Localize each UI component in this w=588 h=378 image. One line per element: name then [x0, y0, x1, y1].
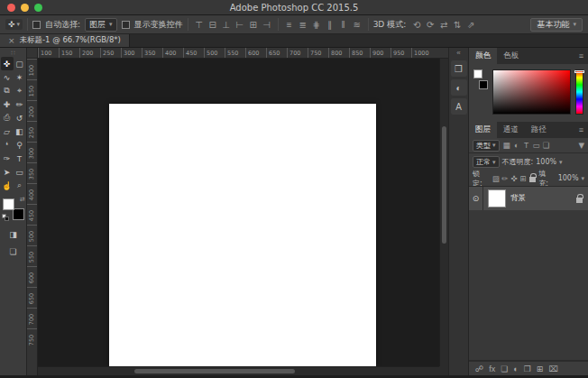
tool-preset-picker[interactable]: ✜ ▾: [5, 19, 23, 30]
3d-slide-icon[interactable]: ⇅: [451, 17, 464, 32]
crop-tool[interactable]: ⧉: [1, 84, 14, 97]
pen-tool[interactable]: ✑: [1, 152, 14, 165]
eraser-tool[interactable]: ▱: [1, 124, 14, 138]
tab-color[interactable]: 颜色: [469, 48, 497, 64]
layer-thumbnail[interactable]: [488, 189, 506, 207]
rectangular-marquee-tool[interactable]: ▢: [14, 57, 26, 70]
zoom-tool[interactable]: ⌕: [14, 179, 26, 192]
tab-channels[interactable]: 通道: [497, 122, 525, 138]
zoom-window-button[interactable]: [34, 4, 42, 12]
filter-smart-objects-icon[interactable]: ❏: [542, 138, 551, 152]
layer-mask-icon[interactable]: ❏: [501, 364, 508, 373]
auto-select-dropdown[interactable]: 图层 ▾: [85, 18, 117, 32]
tab-paths[interactable]: 路径: [525, 122, 553, 138]
3d-scale-icon[interactable]: ⇗: [464, 17, 477, 32]
align-right-edges-icon[interactable]: ⊣: [261, 17, 273, 32]
filter-pixel-layers-icon[interactable]: ▦: [502, 138, 511, 152]
brush-tool[interactable]: ✏: [14, 97, 26, 111]
swap-colors-icon[interactable]: ⇄: [20, 196, 25, 203]
new-group-icon[interactable]: ❐: [524, 364, 531, 373]
document-tab[interactable]: × 未标题-1 @ 66.7%(RGB/8*): [0, 34, 130, 47]
horizontal-scrollbar[interactable]: [38, 366, 439, 375]
link-layers-icon[interactable]: ☍: [475, 364, 483, 373]
distribute-top-edges-icon[interactable]: ≡: [283, 17, 296, 32]
minimize-window-button[interactable]: [21, 4, 29, 12]
layer-filter-dropdown[interactable]: 类型 ▾: [473, 140, 500, 152]
hand-tool[interactable]: ☝: [1, 179, 14, 192]
eyedropper-tool[interactable]: ⌖: [14, 84, 26, 97]
hue-slider[interactable]: [575, 69, 583, 115]
lasso-tool[interactable]: ∿: [1, 70, 14, 84]
filter-adjustment-layers-icon[interactable]: ◐: [512, 138, 521, 152]
3d-rotate-icon[interactable]: ⟲: [410, 17, 423, 32]
align-left-edges-icon[interactable]: ⊢: [234, 17, 246, 32]
quick-mask-button[interactable]: ◨: [5, 227, 22, 241]
spot-healing-brush-tool[interactable]: ✚: [1, 97, 14, 111]
align-horizontal-centers-icon[interactable]: ⊞: [247, 17, 260, 32]
distribute-bottom-edges-icon[interactable]: ⋕: [310, 17, 323, 32]
3d-roll-icon[interactable]: ⟳: [424, 17, 436, 32]
foreground-color-swatch[interactable]: [473, 69, 482, 78]
hue-slider-handle[interactable]: [574, 70, 584, 73]
delete-layer-icon[interactable]: ⌧: [548, 364, 557, 373]
history-brush-tool[interactable]: ↺: [14, 111, 26, 124]
path-selection-tool[interactable]: ➤: [1, 165, 14, 179]
layer-style-icon[interactable]: fx: [489, 364, 495, 373]
opacity-value[interactable]: 100%: [536, 158, 556, 166]
lock-position-icon[interactable]: ✜: [510, 171, 518, 186]
adjustment-layer-icon[interactable]: ◐: [513, 364, 518, 373]
filter-shape-layers-icon[interactable]: ▭: [532, 138, 541, 152]
vertical-scrollbar[interactable]: [439, 59, 448, 366]
clone-stamp-tool[interactable]: ⎙: [1, 111, 14, 124]
document-canvas[interactable]: [109, 104, 376, 366]
panel-menu-icon[interactable]: ≡: [579, 48, 588, 64]
layer-row[interactable]: ⊙ 背景: [469, 187, 588, 210]
default-colors-icon[interactable]: [2, 214, 9, 221]
foreground-color-swatch[interactable]: [3, 198, 14, 210]
show-transform-checkbox[interactable]: [122, 21, 130, 29]
new-layer-icon[interactable]: ⊞: [537, 364, 544, 373]
filter-toggle-icon[interactable]: ▼: [578, 141, 584, 150]
align-bottom-edges-icon[interactable]: ⊥: [220, 17, 233, 32]
blend-mode-dropdown[interactable]: 正常 ▾: [473, 156, 500, 168]
workspace-switcher[interactable]: 基本功能 ▾: [530, 18, 583, 32]
background-color-swatch[interactable]: [479, 80, 488, 89]
distribute-right-edges-icon[interactable]: ≋: [351, 17, 363, 32]
lock-artboard-icon[interactable]: ⊞: [519, 171, 527, 186]
distribute-vertical-centers-icon[interactable]: ≣: [297, 17, 309, 32]
lock-transparent-pixels-icon[interactable]: ▨: [492, 171, 500, 186]
screen-mode-button[interactable]: ❏: [5, 244, 22, 258]
expand-panels-icon[interactable]: «: [456, 49, 460, 58]
align-top-edges-icon[interactable]: ⊤: [193, 17, 206, 32]
distribute-horizontal-centers-icon[interactable]: ‖: [337, 17, 350, 32]
auto-select-checkbox[interactable]: [32, 21, 41, 29]
saturation-brightness-field[interactable]: [492, 69, 571, 115]
rectangle-tool[interactable]: ▭: [14, 165, 26, 179]
dodge-tool[interactable]: ⚲: [14, 138, 26, 152]
distribute-left-edges-icon[interactable]: ∥: [324, 17, 336, 32]
dock-icon-libraries[interactable]: ❒: [451, 60, 467, 77]
3d-drag-icon[interactable]: ⇄: [437, 17, 450, 32]
scrollbar-thumb[interactable]: [442, 126, 446, 244]
move-tool[interactable]: ✜: [1, 57, 14, 70]
lock-all-icon[interactable]: [529, 177, 536, 182]
align-vertical-centers-icon[interactable]: ⊟: [207, 17, 219, 32]
gradient-tool[interactable]: ◧: [14, 124, 26, 138]
filter-type-layers-icon[interactable]: T: [522, 138, 531, 152]
dock-icon-adjustments[interactable]: ◐: [451, 79, 467, 96]
panel-menu-icon[interactable]: ≡: [579, 122, 588, 138]
layer-lock-icon[interactable]: [576, 198, 583, 203]
type-tool[interactable]: T: [14, 152, 26, 165]
dock-icon-character[interactable]: A: [451, 98, 467, 115]
layer-visibility-eye-icon[interactable]: ⊙: [469, 187, 483, 210]
scrollbar-thumb[interactable]: [134, 369, 295, 373]
fill-value[interactable]: 100%: [558, 174, 579, 182]
tab-layers[interactable]: 图层: [469, 122, 497, 138]
lock-image-pixels-icon[interactable]: ✏: [501, 171, 509, 186]
close-window-button[interactable]: [7, 4, 15, 12]
quick-selection-tool[interactable]: ✶: [14, 70, 26, 84]
toolbar-grip-icon[interactable]: ∷: [11, 50, 14, 57]
close-icon[interactable]: ×: [8, 36, 15, 45]
tab-swatches[interactable]: 色板: [497, 48, 525, 64]
blur-tool[interactable]: ❛: [1, 138, 14, 152]
